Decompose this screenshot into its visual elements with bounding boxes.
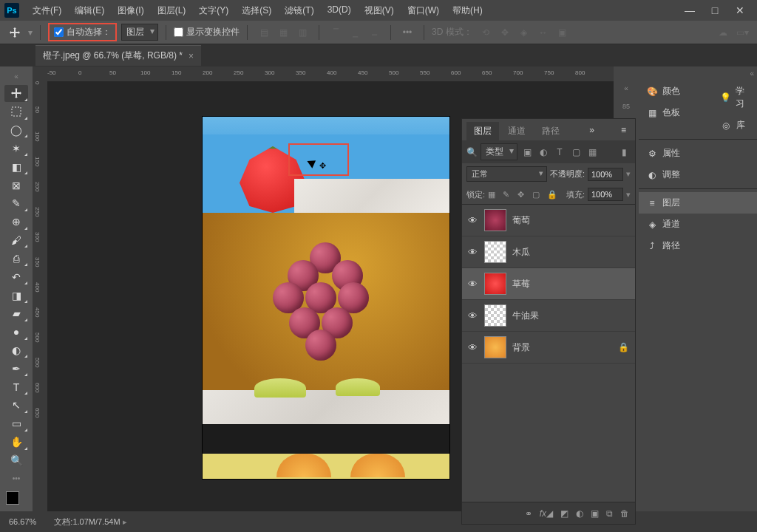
layer-name[interactable]: 草莓 <box>512 278 530 290</box>
eraser-tool[interactable]: ◨ <box>4 287 28 304</box>
zoom-tool[interactable]: 🔍 <box>4 452 28 469</box>
show-transform-option[interactable]: 显示变换控件 <box>174 26 240 38</box>
menu-item[interactable]: 图层(L) <box>152 1 192 20</box>
lock-all-icon[interactable]: 🔒 <box>547 190 559 200</box>
layer-thumbnail[interactable] <box>484 273 506 295</box>
panel-color[interactable]: 🎨颜色 <box>639 81 713 102</box>
menu-item[interactable]: 图像(I) <box>112 1 149 20</box>
layer-row[interactable]: 👁牛油果 <box>462 300 635 332</box>
close-button[interactable]: ✕ <box>733 4 747 16</box>
path-select-tool[interactable]: ↖ <box>4 397 28 414</box>
align-left-icon[interactable]: ▤ <box>255 24 273 41</box>
cloud-icon[interactable]: ☁ <box>714 24 732 41</box>
auto-select-checkbox[interactable] <box>54 27 64 37</box>
document-canvas[interactable] <box>203 117 449 479</box>
lasso-tool[interactable]: ◯ <box>4 122 28 139</box>
move-tool-icon[interactable] <box>6 24 24 41</box>
lock-artboard-icon[interactable]: ▢ <box>532 190 544 200</box>
dock-collapse-toggle[interactable]: « <box>639 66 757 81</box>
visibility-toggle-icon[interactable]: 👁 <box>468 247 478 258</box>
visibility-toggle-icon[interactable]: 👁 <box>468 342 478 353</box>
panel-swatches[interactable]: ▦色板 <box>639 102 713 123</box>
filter-adjust-icon[interactable]: ◐ <box>537 146 550 159</box>
menu-item[interactable]: 滤镜(T) <box>279 1 319 20</box>
layer-row[interactable]: 👁葡萄 <box>462 205 635 236</box>
doc-info[interactable]: 文档:1.07M/7.54M ▸ <box>54 516 126 528</box>
panel-learn[interactable]: 💡学习 <box>713 81 757 115</box>
history-brush-tool[interactable]: ↶ <box>4 268 28 285</box>
tab-paths[interactable]: 路径 <box>534 122 567 140</box>
crop-tool[interactable]: ◧ <box>4 158 28 175</box>
align-bottom-icon[interactable]: ⎽ <box>365 24 383 41</box>
filter-toggle-icon[interactable]: ▮ <box>617 146 631 159</box>
tab-channels[interactable]: 通道 <box>500 122 533 140</box>
maximize-button[interactable]: □ <box>708 4 722 16</box>
workspace-icon[interactable]: ▭▾ <box>733 24 751 41</box>
lock-paint-icon[interactable]: ✎ <box>503 190 515 200</box>
strip-collapse-toggle[interactable]: « <box>621 81 631 95</box>
layer-row[interactable]: 👁木瓜 <box>462 236 635 268</box>
align-right-icon[interactable]: ▥ <box>293 24 311 41</box>
heal-tool[interactable]: ⊕ <box>4 214 28 231</box>
layer-filter-dropdown[interactable]: 类型 <box>481 143 517 160</box>
align-vcenter-icon[interactable]: ⎯ <box>346 24 364 41</box>
menu-item[interactable]: 选择(S) <box>236 1 277 20</box>
filter-type-icon[interactable]: T <box>553 146 566 159</box>
marquee-tool[interactable] <box>4 103 28 120</box>
layer-name[interactable]: 葡萄 <box>512 214 530 227</box>
panel-properties[interactable]: ⚙属性 <box>639 143 757 164</box>
opacity-input[interactable] <box>588 168 623 181</box>
tab-layers[interactable]: 图层 <box>466 122 499 140</box>
collapsed-icon-1[interactable]: 85 <box>615 103 637 113</box>
layer-thumbnail[interactable] <box>484 241 506 263</box>
visibility-toggle-icon[interactable]: 👁 <box>468 279 478 290</box>
panel-menu-icon[interactable]: ≡ <box>617 122 631 140</box>
menu-item[interactable]: 帮助(H) <box>447 1 489 20</box>
filter-image-icon[interactable]: ▣ <box>520 146 534 159</box>
new-group-icon[interactable]: ▣ <box>591 508 599 519</box>
dodge-tool[interactable]: ◐ <box>4 342 28 359</box>
panel-adjustments[interactable]: ◐调整 <box>639 164 757 185</box>
menu-item[interactable]: 编辑(E) <box>69 1 110 20</box>
edit-toolbar[interactable]: ••• <box>4 470 28 487</box>
panel-paths[interactable]: ⤴路径 <box>639 235 757 256</box>
layer-name[interactable]: 牛油果 <box>512 310 539 322</box>
new-layer-icon[interactable]: ⧉ <box>606 508 613 519</box>
lock-move-icon[interactable]: ✥ <box>517 190 529 200</box>
layer-row[interactable]: 👁背景🔒 <box>462 332 635 364</box>
filter-shape-icon[interactable]: ▢ <box>569 146 583 159</box>
pen-tool[interactable]: ✒ <box>4 360 28 377</box>
layer-thumbnail[interactable] <box>484 336 506 358</box>
type-tool[interactable]: T <box>4 378 28 395</box>
panel-collapse-icon[interactable]: » <box>585 122 599 140</box>
layer-name[interactable]: 木瓜 <box>512 246 530 259</box>
menu-item[interactable]: 视图(V) <box>359 1 400 20</box>
new-adjust-icon[interactable]: ◐ <box>576 508 583 519</box>
gradient-tool[interactable]: ▰ <box>4 305 28 322</box>
blur-tool[interactable]: ● <box>4 324 28 341</box>
link-layers-icon[interactable]: ⚭ <box>525 508 532 519</box>
vertical-ruler[interactable]: 050100150200250300350400450500550600650 <box>33 81 47 511</box>
panel-channels[interactable]: ◈通道 <box>639 214 757 235</box>
eyedropper-tool[interactable]: ✎ <box>4 195 28 212</box>
delete-layer-icon[interactable]: 🗑 <box>620 508 629 519</box>
document-tab[interactable]: 橙子.jpeg @ 66.7% (草莓, RGB/8) * × <box>35 45 201 66</box>
document-tab-close-icon[interactable]: × <box>189 51 194 61</box>
foreground-swatch[interactable] <box>6 491 19 505</box>
layer-name[interactable]: 背景 <box>512 341 530 354</box>
minimize-button[interactable]: — <box>683 4 696 16</box>
auto-select-option[interactable]: 自动选择： <box>48 23 117 41</box>
frame-tool[interactable]: ⊠ <box>4 177 28 194</box>
layer-thumbnail[interactable] <box>484 304 506 327</box>
add-mask-icon[interactable]: ◩ <box>560 508 568 519</box>
show-transform-checkbox[interactable] <box>174 27 183 37</box>
menu-item[interactable]: 3D(D) <box>322 1 357 20</box>
auto-select-target-dropdown[interactable]: 图层 <box>121 24 158 41</box>
stamp-tool[interactable]: ⎙ <box>4 250 28 267</box>
brush-tool[interactable]: 🖌 <box>4 232 28 249</box>
move-tool[interactable] <box>4 85 28 102</box>
align-hcenter-icon[interactable]: ▦ <box>274 24 292 41</box>
layer-row[interactable]: 👁草莓 <box>462 268 635 300</box>
menu-item[interactable]: 窗口(W) <box>401 1 445 20</box>
shape-tool[interactable]: ▭ <box>4 415 28 432</box>
